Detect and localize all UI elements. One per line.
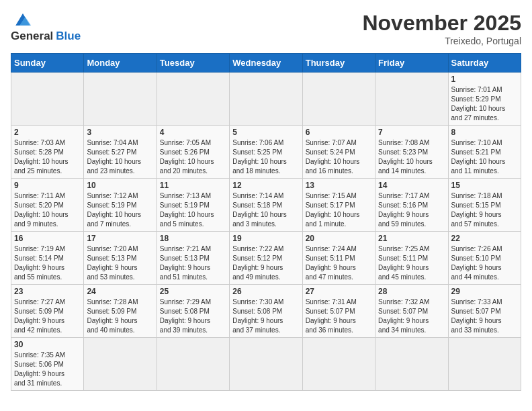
day-number: 24 — [87, 287, 153, 296]
day-number: 5 — [232, 128, 299, 137]
day-info: Sunrise: 7:21 AM Sunset: 5:13 PM Dayligh… — [160, 244, 226, 282]
calendar-week-3: 9Sunrise: 7:11 AM Sunset: 5:20 PM Daylig… — [11, 179, 521, 232]
calendar-cell — [375, 73, 448, 126]
calendar-cell: 30Sunrise: 7:35 AM Sunset: 5:06 PM Dayli… — [11, 338, 84, 391]
calendar-cell: 9Sunrise: 7:11 AM Sunset: 5:20 PM Daylig… — [11, 179, 84, 232]
day-info: Sunrise: 7:35 AM Sunset: 5:06 PM Dayligh… — [14, 351, 81, 388]
day-info: Sunrise: 7:26 AM Sunset: 5:10 PM Dayligh… — [451, 244, 518, 282]
logo-blue: Blue — [56, 30, 81, 43]
calendar-cell: 5Sunrise: 7:06 AM Sunset: 5:25 PM Daylig… — [230, 126, 302, 179]
calendar-cell — [157, 338, 229, 391]
logo: General Blue — [11, 11, 81, 43]
col-header-monday: Monday — [84, 54, 157, 73]
day-info: Sunrise: 7:28 AM Sunset: 5:09 PM Dayligh… — [87, 298, 153, 335]
day-info: Sunrise: 7:04 AM Sunset: 5:27 PM Dayligh… — [87, 138, 153, 176]
logo-text: General Blue — [11, 30, 81, 43]
day-number: 26 — [232, 287, 299, 296]
calendar-table: SundayMondayTuesdayWednesdayThursdayFrid… — [11, 53, 521, 391]
page-header: General Blue November 2025 Treixedo, Por… — [11, 11, 521, 46]
day-number: 11 — [160, 181, 226, 190]
calendar-cell: 10Sunrise: 7:12 AM Sunset: 5:19 PM Dayli… — [84, 179, 157, 232]
day-info: Sunrise: 7:13 AM Sunset: 5:19 PM Dayligh… — [160, 191, 226, 229]
calendar-cell: 23Sunrise: 7:27 AM Sunset: 5:09 PM Dayli… — [11, 285, 84, 338]
day-number: 2 — [14, 128, 81, 137]
day-info: Sunrise: 7:03 AM Sunset: 5:28 PM Dayligh… — [14, 138, 81, 176]
day-info: Sunrise: 7:24 AM Sunset: 5:11 PM Dayligh… — [306, 244, 372, 282]
day-number: 15 — [451, 181, 518, 190]
day-info: Sunrise: 7:22 AM Sunset: 5:12 PM Dayligh… — [232, 244, 299, 282]
calendar-week-2: 2Sunrise: 7:03 AM Sunset: 5:28 PM Daylig… — [11, 126, 521, 179]
col-header-friday: Friday — [375, 54, 448, 73]
day-number: 17 — [87, 234, 153, 243]
day-info: Sunrise: 7:05 AM Sunset: 5:26 PM Dayligh… — [160, 138, 226, 176]
calendar-cell: 26Sunrise: 7:30 AM Sunset: 5:08 PM Dayli… — [230, 285, 302, 338]
day-number: 22 — [451, 234, 518, 243]
calendar-cell: 25Sunrise: 7:29 AM Sunset: 5:08 PM Dayli… — [157, 285, 229, 338]
calendar-week-4: 16Sunrise: 7:19 AM Sunset: 5:14 PM Dayli… — [11, 232, 521, 285]
calendar-cell — [230, 73, 302, 126]
logo-icon — [11, 11, 35, 30]
day-number: 25 — [160, 287, 226, 296]
calendar-cell: 22Sunrise: 7:26 AM Sunset: 5:10 PM Dayli… — [448, 232, 521, 285]
day-info: Sunrise: 7:15 AM Sunset: 5:17 PM Dayligh… — [306, 191, 372, 229]
day-info: Sunrise: 7:32 AM Sunset: 5:07 PM Dayligh… — [378, 298, 445, 335]
col-header-saturday: Saturday — [448, 54, 521, 73]
calendar-cell: 20Sunrise: 7:24 AM Sunset: 5:11 PM Dayli… — [302, 232, 375, 285]
col-header-sunday: Sunday — [11, 54, 84, 73]
calendar-cell — [84, 73, 157, 126]
calendar-cell: 7Sunrise: 7:08 AM Sunset: 5:23 PM Daylig… — [375, 126, 448, 179]
day-info: Sunrise: 7:18 AM Sunset: 5:15 PM Dayligh… — [451, 191, 518, 229]
calendar-cell: 11Sunrise: 7:13 AM Sunset: 5:19 PM Dayli… — [157, 179, 229, 232]
calendar-cell — [375, 338, 448, 391]
day-info: Sunrise: 7:14 AM Sunset: 5:18 PM Dayligh… — [232, 191, 299, 229]
day-number: 13 — [306, 181, 372, 190]
calendar-cell: 8Sunrise: 7:10 AM Sunset: 5:21 PM Daylig… — [448, 126, 521, 179]
day-number: 19 — [232, 234, 299, 243]
calendar-cell — [157, 73, 229, 126]
calendar-cell: 6Sunrise: 7:07 AM Sunset: 5:24 PM Daylig… — [302, 126, 375, 179]
day-number: 12 — [232, 181, 299, 190]
day-info: Sunrise: 7:29 AM Sunset: 5:08 PM Dayligh… — [160, 298, 226, 335]
month-title: November 2025 — [362, 11, 521, 36]
calendar-cell: 29Sunrise: 7:33 AM Sunset: 5:07 PM Dayli… — [448, 285, 521, 338]
col-header-wednesday: Wednesday — [230, 54, 302, 73]
day-info: Sunrise: 7:17 AM Sunset: 5:16 PM Dayligh… — [378, 191, 445, 229]
calendar-cell: 4Sunrise: 7:05 AM Sunset: 5:26 PM Daylig… — [157, 126, 229, 179]
day-info: Sunrise: 7:27 AM Sunset: 5:09 PM Dayligh… — [14, 298, 81, 335]
day-number: 29 — [451, 287, 518, 296]
day-number: 27 — [306, 287, 372, 296]
day-number: 21 — [378, 234, 445, 243]
day-number: 3 — [87, 128, 153, 137]
calendar-header-row: SundayMondayTuesdayWednesdayThursdayFrid… — [11, 54, 521, 73]
calendar-cell: 3Sunrise: 7:04 AM Sunset: 5:27 PM Daylig… — [84, 126, 157, 179]
calendar-week-5: 23Sunrise: 7:27 AM Sunset: 5:09 PM Dayli… — [11, 285, 521, 338]
calendar-week-6: 30Sunrise: 7:35 AM Sunset: 5:06 PM Dayli… — [11, 338, 521, 391]
day-info: Sunrise: 7:06 AM Sunset: 5:25 PM Dayligh… — [232, 138, 299, 176]
calendar-cell: 21Sunrise: 7:25 AM Sunset: 5:11 PM Dayli… — [375, 232, 448, 285]
day-number: 9 — [14, 181, 81, 190]
day-number: 23 — [14, 287, 81, 296]
day-number: 30 — [14, 340, 81, 349]
day-number: 10 — [87, 181, 153, 190]
day-info: Sunrise: 7:33 AM Sunset: 5:07 PM Dayligh… — [451, 298, 518, 335]
calendar-cell: 16Sunrise: 7:19 AM Sunset: 5:14 PM Dayli… — [11, 232, 84, 285]
location: Treixedo, Portugal — [362, 36, 521, 46]
calendar-cell: 14Sunrise: 7:17 AM Sunset: 5:16 PM Dayli… — [375, 179, 448, 232]
calendar-cell: 17Sunrise: 7:20 AM Sunset: 5:13 PM Dayli… — [84, 232, 157, 285]
title-block: November 2025 Treixedo, Portugal — [362, 11, 521, 46]
calendar-cell: 19Sunrise: 7:22 AM Sunset: 5:12 PM Dayli… — [230, 232, 302, 285]
col-header-tuesday: Tuesday — [157, 54, 229, 73]
day-info: Sunrise: 7:10 AM Sunset: 5:21 PM Dayligh… — [451, 138, 518, 176]
day-number: 20 — [306, 234, 372, 243]
calendar-week-1: 1Sunrise: 7:01 AM Sunset: 5:29 PM Daylig… — [11, 73, 521, 126]
calendar-cell: 24Sunrise: 7:28 AM Sunset: 5:09 PM Dayli… — [84, 285, 157, 338]
day-number: 14 — [378, 181, 445, 190]
day-info: Sunrise: 7:20 AM Sunset: 5:13 PM Dayligh… — [87, 244, 153, 282]
calendar-cell: 2Sunrise: 7:03 AM Sunset: 5:28 PM Daylig… — [11, 126, 84, 179]
day-info: Sunrise: 7:11 AM Sunset: 5:20 PM Dayligh… — [14, 191, 81, 229]
day-number: 4 — [160, 128, 226, 137]
calendar-cell — [302, 338, 375, 391]
calendar-cell: 1Sunrise: 7:01 AM Sunset: 5:29 PM Daylig… — [448, 73, 521, 126]
day-number: 7 — [378, 128, 445, 137]
calendar-cell: 28Sunrise: 7:32 AM Sunset: 5:07 PM Dayli… — [375, 285, 448, 338]
